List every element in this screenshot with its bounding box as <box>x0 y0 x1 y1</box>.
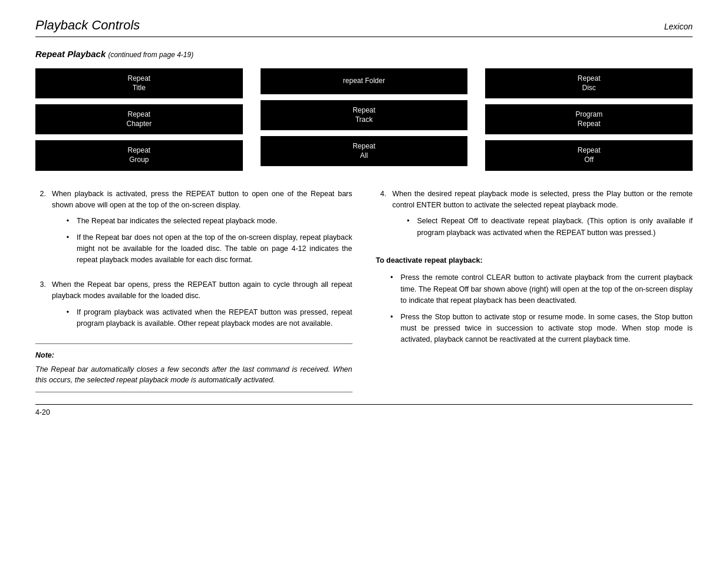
page-number: 4-20 <box>35 408 50 416</box>
bullet-item: • If program playback was activated when… <box>64 307 353 330</box>
repeat-bar-chapter: RepeatChapter <box>35 104 243 134</box>
page-footer: 4-20 <box>35 404 693 416</box>
repeat-bar-program: ProgramRepeat <box>485 104 693 134</box>
note-box: Note: The Repeat bar automatically close… <box>35 343 353 392</box>
deactivate-heading: To deactivate repeat playback: <box>376 255 693 266</box>
bullet-item: • If the Repeat bar does not open at the… <box>64 232 353 266</box>
repeat-column-3: RepeatDisc ProgramRepeat RepeatOff <box>485 68 693 171</box>
item-num-3: 3. <box>35 279 46 335</box>
note-text: The Repeat bar automatically closes a fe… <box>35 364 353 386</box>
note-title: Note: <box>35 350 353 361</box>
bullet-item: • Press the Stop button to activate stop… <box>388 312 693 346</box>
repeat-bars-container: RepeatTitle RepeatChapter RepeatGroup re… <box>35 68 693 171</box>
repeat-bar-disc: RepeatDisc <box>485 68 693 98</box>
repeat-bar-folder: repeat Folder <box>261 68 468 94</box>
deactivate-bullets: • Press the remote control CLEAR button … <box>388 272 693 345</box>
bullet-item: • Press the remote control CLEAR button … <box>388 272 693 306</box>
page-title: Playback Controls <box>35 18 140 33</box>
item-num-4: 4. <box>376 189 387 244</box>
bullet-list-3: • If program playback was activated when… <box>64 307 353 330</box>
repeat-bar-off: RepeatOff <box>485 140 693 170</box>
repeat-column-1: RepeatTitle RepeatChapter RepeatGroup <box>35 68 243 171</box>
bullet-list-2: • The Repeat bar indicates the selected … <box>64 216 353 266</box>
item-num-2: 2. <box>35 189 46 271</box>
numbered-item-2: 2. When playback is activated, press the… <box>35 189 353 271</box>
page-header: Playback Controls Lexicon <box>35 18 693 37</box>
numbered-item-4: 4. When the desired repeat playback mode… <box>376 189 693 244</box>
repeat-bar-title: RepeatTitle <box>35 68 243 98</box>
deactivate-section: To deactivate repeat playback: • Press t… <box>376 255 693 346</box>
bullet-item: • The Repeat bar indicates the selected … <box>64 216 353 227</box>
section-heading: Repeat Playback (continued from page 4-1… <box>35 49 693 59</box>
repeat-bar-track: RepeatTrack <box>261 100 468 130</box>
repeat-bar-all: RepeatAll <box>261 136 468 166</box>
repeat-column-2: repeat Folder RepeatTrack RepeatAll <box>261 68 468 171</box>
content-right: 4. When the desired repeat playback mode… <box>376 189 693 393</box>
bullet-item: • Select Repeat Off to deactivate repeat… <box>404 216 693 239</box>
bullet-list-4: • Select Repeat Off to deactivate repeat… <box>404 216 693 239</box>
content-left: 2. When playback is activated, press the… <box>35 189 353 393</box>
page-brand: Lexicon <box>664 22 693 31</box>
repeat-bar-group: RepeatGroup <box>35 140 243 170</box>
content-area: 2. When playback is activated, press the… <box>35 189 693 393</box>
numbered-item-3: 3. When the Repeat bar opens, press the … <box>35 279 353 335</box>
